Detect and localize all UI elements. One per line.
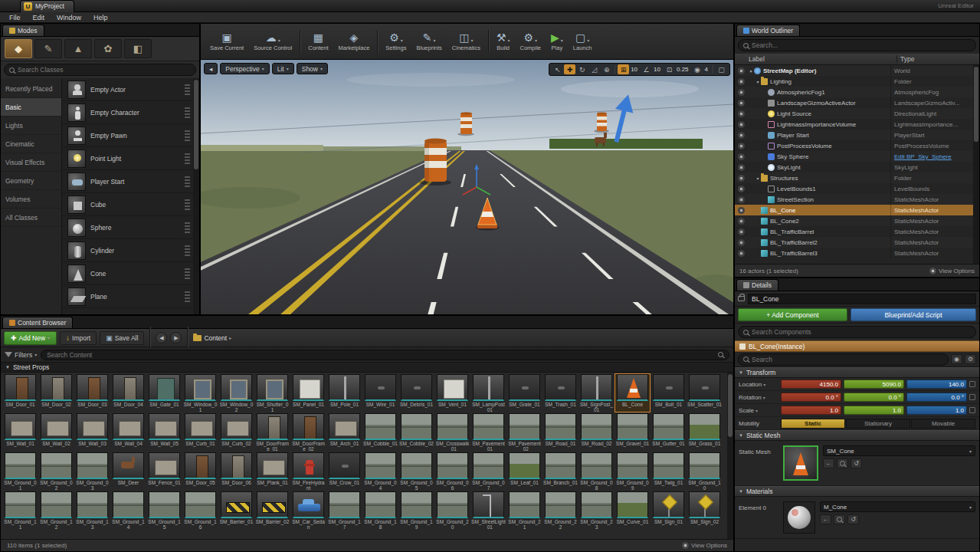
filters-button[interactable]: Filters ▾ bbox=[5, 351, 37, 359]
lock-icon[interactable] bbox=[969, 394, 975, 400]
asset-tile-sm-wall-05[interactable]: SM_Wall_05 bbox=[147, 413, 182, 451]
place-item-cone[interactable]: Cone bbox=[62, 262, 193, 285]
asset-tile-sm-ground-17[interactable]: SM_Ground_17 bbox=[327, 491, 362, 529]
asset-tile-sm-leaf-01[interactable]: SM_Leaf_01 bbox=[507, 452, 542, 490]
outliner-row-lightmassimportancevolume[interactable]: LightmassImportanceVolume LightmassImpor… bbox=[735, 119, 973, 130]
outliner-row-postprocessvolume[interactable]: PostProcessVolume PostProcessVolume bbox=[735, 140, 973, 151]
camera-speed-button[interactable]: ◉ bbox=[692, 64, 703, 74]
reset-to-default-icon[interactable]: ↺ bbox=[851, 458, 862, 468]
asset-tile-sm-door-04[interactable]: SM_Door_04 bbox=[111, 374, 146, 412]
asset-tile-sm-sign-02[interactable]: SM_Sign_02 bbox=[687, 491, 722, 529]
component-row-instance[interactable]: BL_Cone(Instance) bbox=[735, 340, 979, 352]
project-tab[interactable]: U MyProject bbox=[20, 0, 74, 12]
open-eye-icon[interactable]: ◉ bbox=[951, 354, 962, 364]
visibility-eye-icon[interactable] bbox=[738, 196, 745, 203]
material-thumbnail[interactable] bbox=[783, 501, 815, 534]
rotation-x-field[interactable]: 0.0 ° bbox=[781, 393, 841, 402]
asset-tile-sm-curb-02[interactable]: SM_Curb_02 bbox=[219, 413, 254, 451]
asset-tile-sm-wall-01[interactable]: SM_Wall_01 bbox=[3, 413, 38, 451]
toolbar-play-button[interactable]: ▶▾ Play bbox=[546, 31, 568, 53]
asset-tile-sm-road-01[interactable]: SM_Road_01 bbox=[543, 413, 578, 451]
scale-x-field[interactable]: 1.0 bbox=[781, 406, 841, 415]
asset-tile-sm-door-05[interactable]: SM_Door_05 bbox=[183, 452, 218, 490]
transform-section-header[interactable]: ▼ Transform bbox=[735, 367, 979, 378]
asset-tile-sm-gate-01[interactable]: SM_Gate_01 bbox=[147, 374, 182, 412]
mobility-static-button[interactable]: Static bbox=[781, 419, 845, 429]
asset-tile-sm-barrier-02[interactable]: SM_Barrier_02 bbox=[255, 491, 290, 529]
view-options-button[interactable]: View Options bbox=[682, 542, 727, 549]
asset-tile-sm-ground-13[interactable]: SM_Ground_13 bbox=[75, 491, 110, 529]
outliner-row-bl-trafficbarrel3[interactable]: BL_TrafficBarrel3 StaticMeshActor bbox=[735, 248, 973, 258]
asset-tile-sm-ground-01[interactable]: SM_Ground_01 bbox=[3, 452, 38, 490]
column-label[interactable]: Label bbox=[735, 55, 896, 63]
breadcrumb[interactable]: Content ▸ bbox=[193, 334, 231, 342]
asset-tile-sm-window-01[interactable]: SM_Window_01 bbox=[183, 374, 218, 412]
tab-details[interactable]: Details bbox=[736, 279, 778, 291]
place-item-player-start[interactable]: Player Start bbox=[62, 170, 193, 193]
asset-tile-sm-ground-11[interactable]: SM_Ground_11 bbox=[3, 491, 38, 529]
visibility-eye-icon[interactable] bbox=[738, 207, 745, 214]
add-component-button[interactable]: + Add Component bbox=[738, 308, 847, 321]
rotation-snap-button[interactable]: ∠ bbox=[641, 64, 652, 74]
outliner-row-bl-trafficbarrel[interactable]: BL_TrafficBarrel StaticMeshActor bbox=[735, 226, 973, 237]
scale-tool-button[interactable]: ◿ bbox=[588, 64, 600, 74]
coordinate-system-button[interactable]: ⊕ bbox=[601, 64, 612, 74]
category-all-classes[interactable]: All Classes bbox=[1, 209, 61, 227]
toolbar-save-current-button[interactable]: ▣ Save Current bbox=[205, 31, 248, 53]
visibility-eye-icon[interactable] bbox=[738, 153, 745, 160]
tab-world-outliner[interactable]: World Outliner bbox=[736, 25, 800, 36]
asset-tile-sm-gravel-01[interactable]: SM_Gravel_01 bbox=[615, 413, 650, 451]
select-tool-button[interactable]: ↖ bbox=[552, 64, 563, 74]
browse-to-asset-icon[interactable] bbox=[834, 514, 845, 524]
reset-to-default-icon[interactable]: ↺ bbox=[847, 514, 859, 524]
outliner-row-light-source[interactable]: Light Source DirectionalLight bbox=[735, 108, 973, 119]
menu-window[interactable]: Window bbox=[51, 14, 87, 21]
place-mode-tab[interactable]: ◆ bbox=[5, 39, 32, 58]
asset-tile-sm-sign-01[interactable]: SM_Sign_01 bbox=[651, 491, 686, 529]
visibility-eye-icon[interactable] bbox=[738, 175, 745, 182]
toolbar-source-control-button[interactable]: ☁▾ Source Control bbox=[249, 31, 297, 53]
components-search[interactable] bbox=[738, 326, 976, 338]
place-item-empty-character[interactable]: Empty Character bbox=[62, 101, 193, 124]
blueprint-add-script-button[interactable]: Blueprint/Add Script bbox=[851, 308, 976, 321]
components-search-input[interactable] bbox=[752, 328, 971, 336]
outliner-row-levelbounds1[interactable]: LevelBounds1 LevelBounds bbox=[735, 183, 973, 194]
asset-tile-sm-ground-15[interactable]: SM_Ground_15 bbox=[147, 491, 182, 529]
asset-tile-sm-lamppost-01[interactable]: SM_LampPost_01 bbox=[471, 374, 506, 412]
visibility-eye-icon[interactable] bbox=[738, 89, 745, 96]
asset-tile-sm-doorframe-02[interactable]: SM_DoorFrame_02 bbox=[291, 413, 326, 451]
asset-tile-sm-ground-18[interactable]: SM_Ground_18 bbox=[363, 491, 398, 529]
show-dropdown[interactable]: Show▾ bbox=[297, 63, 328, 74]
menu-file[interactable]: File bbox=[3, 14, 27, 21]
lock-icon[interactable] bbox=[969, 407, 975, 413]
asset-tile-sm-ground-10[interactable]: SM_Ground_10 bbox=[687, 452, 722, 490]
outliner-row-lighting[interactable]: ▾ Lighting Folder bbox=[735, 76, 973, 87]
scrollbar[interactable] bbox=[193, 78, 199, 314]
scale-z-field[interactable]: 1.0 bbox=[906, 406, 967, 415]
grid-snap-button[interactable]: ⊞ bbox=[618, 64, 629, 74]
static-mesh-dropdown[interactable]: SM_Cone ▾ bbox=[823, 445, 975, 456]
asset-tile-sm-door-01[interactable]: SM_Door_01 bbox=[3, 374, 38, 412]
category-cinematic[interactable]: Cinematic bbox=[1, 135, 61, 153]
asset-tile-bl-cone[interactable]: BL_Cone bbox=[615, 374, 650, 412]
asset-section-header[interactable]: ▼ Street Props bbox=[1, 363, 733, 373]
content-search-input[interactable] bbox=[47, 351, 715, 359]
asset-tile-sm-wall-02[interactable]: SM_Wall_02 bbox=[39, 413, 74, 451]
location-x-field[interactable]: 4150.0 bbox=[781, 380, 841, 389]
asset-tile-sm-doorframe-01[interactable]: SM_DoorFrame_01 bbox=[255, 413, 290, 451]
asset-tile-sm-ground-21[interactable]: SM_Ground_21 bbox=[507, 491, 542, 529]
place-item-cylinder[interactable]: Cylinder bbox=[62, 239, 193, 262]
import-button[interactable]: ↓ Import bbox=[60, 331, 97, 345]
asset-tile-sm-shutter-01[interactable]: SM_Shutter_01 bbox=[255, 374, 290, 412]
place-item-cube[interactable]: Cube bbox=[62, 193, 193, 216]
visibility-eye-icon[interactable] bbox=[738, 121, 745, 128]
category-geometry[interactable]: Geometry bbox=[1, 172, 61, 190]
asset-tile-sm-door-02[interactable]: SM_Door_02 bbox=[39, 374, 74, 412]
static-mesh-thumbnail[interactable] bbox=[783, 445, 818, 481]
visibility-eye-icon[interactable] bbox=[738, 132, 745, 139]
toolbar-cinematics-button[interactable]: ◫▾ Cinematics bbox=[447, 31, 485, 53]
asset-tile-sm-branch-01[interactable]: SM_Branch_01 bbox=[543, 452, 578, 490]
tab-content-browser[interactable]: Content Browser bbox=[2, 317, 73, 328]
rotation-y-field[interactable]: 0.0 ° bbox=[844, 393, 904, 402]
outliner-row-streetmap-editor[interactable]: ▾ StreetMap (Editor) World bbox=[735, 65, 973, 76]
